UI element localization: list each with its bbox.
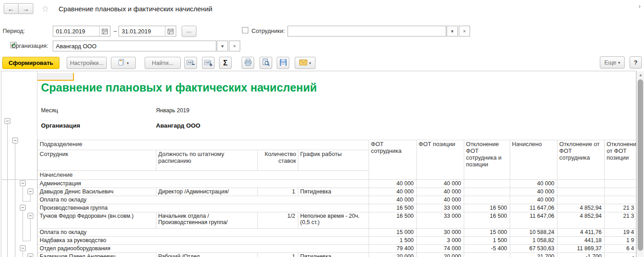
cell-schedule[interactable]: Пятидневка <box>298 253 369 257</box>
cell-rate[interactable]: 1 <box>258 253 298 257</box>
collapse-chevron-icon[interactable]: › <box>639 3 640 9</box>
cell-employee[interactable]: Балмашов Павел Андреевич <box>38 253 156 257</box>
cell-employee[interactable]: Давыдов Денис Васильевич <box>38 188 156 196</box>
cell-value[interactable]: 40 000 <box>369 196 417 204</box>
cell-value[interactable]: 16 500 <box>464 204 510 212</box>
cell-position[interactable]: Директор /Администрация/ <box>156 188 258 196</box>
cell-schedule[interactable]: Пятидневка <box>298 188 369 196</box>
report-org-value[interactable]: Авангард ООО <box>156 122 200 129</box>
cell-value[interactable]: 33 000 <box>417 212 464 229</box>
cell-value[interactable]: 40 000 <box>510 196 557 204</box>
cell-value[interactable] <box>605 180 636 188</box>
month-value[interactable]: Январь 2019 <box>156 107 189 114</box>
cell-value[interactable]: 16 500 <box>464 212 510 229</box>
cell-value[interactable]: 40 000 <box>369 188 417 196</box>
copy-dropdown-button[interactable]: ▾ <box>111 57 136 69</box>
cell-value[interactable]: 40 000 <box>369 180 417 188</box>
cell-position[interactable]: Начальник отдела /Производственная групп… <box>156 212 258 229</box>
cell-value[interactable]: 11 869,37 <box>557 245 605 253</box>
cell-value[interactable] <box>464 188 510 196</box>
cell-value[interactable]: 441,18 <box>557 237 605 245</box>
cell-value[interactable]: -1 700 <box>557 253 605 257</box>
header-group[interactable]: Подразделение <box>38 140 369 150</box>
cell-value[interactable]: 4 852,94 <box>557 204 605 212</box>
tree-expander[interactable]: − <box>12 138 18 143</box>
cell-value[interactable]: 11 647,06 <box>510 212 557 229</box>
calendar-icon[interactable] <box>99 26 110 36</box>
help-button[interactable]: ? <box>630 56 642 69</box>
organization-field[interactable]: Авангард ООО <box>53 41 216 51</box>
cell-value[interactable] <box>605 188 636 196</box>
header-numeric[interactable]: Начислено <box>510 140 557 180</box>
header-rate[interactable]: Количество ставок <box>258 150 298 171</box>
cell-value[interactable]: 4 852,94 <box>557 212 605 229</box>
header-employee[interactable]: Сотрудник <box>38 150 156 171</box>
cell-value[interactable]: 1 500 <box>369 237 417 245</box>
cell-value[interactable]: 1 058,82 <box>510 237 557 245</box>
decrease-scale-button[interactable]: ABC <box>184 57 197 69</box>
cell-value[interactable]: 40 000 <box>510 180 557 188</box>
scroll-up-icon[interactable]: ▲ <box>638 73 643 78</box>
cell-value[interactable]: 33 000 <box>417 204 464 212</box>
cell-value[interactable]: 40 000 <box>417 188 464 196</box>
period-more-button[interactable]: ... <box>182 26 196 37</box>
cell-group[interactable]: Производственная группа <box>38 204 369 212</box>
cell-rate[interactable]: 1/2 <box>258 212 298 229</box>
cell-accrual[interactable]: Оплата по окладу <box>38 229 369 237</box>
cell-value[interactable]: 16 500 <box>369 212 417 229</box>
cell-group[interactable]: Администрация <box>38 180 369 188</box>
cell-value[interactable] <box>464 180 510 188</box>
cell-value[interactable]: 3 000 <box>417 237 464 245</box>
cell-value[interactable]: 21 700 <box>510 253 557 257</box>
cell-value[interactable]: 79 400 <box>369 245 417 253</box>
scrollbar-thumb[interactable] <box>638 79 643 251</box>
cell-value[interactable] <box>605 196 636 204</box>
cell-value[interactable] <box>464 196 510 204</box>
header-position[interactable]: Должность по штатному расписанию <box>156 150 258 171</box>
cell-value[interactable]: -5 400 <box>464 245 510 253</box>
cell-value[interactable]: 20 000 <box>417 253 464 257</box>
cell-value[interactable] <box>557 180 605 188</box>
tree-expander[interactable]: − <box>27 188 33 194</box>
tree-expander[interactable]: − <box>20 180 26 186</box>
cell-value[interactable]: 16 500 <box>369 204 417 212</box>
period-to-field[interactable]: 31.01.2019 <box>119 26 176 37</box>
month-label[interactable]: Месяц <box>41 107 58 114</box>
save-button[interactable] <box>277 57 289 69</box>
mail-dropdown-button[interactable]: ▾ <box>295 57 315 69</box>
cell-accrual[interactable]: Оплата по окладу <box>38 196 369 204</box>
cell-value[interactable]: 19 4 <box>605 229 636 237</box>
header-numeric[interactable]: ФОТ позиции <box>417 140 464 180</box>
cell-value[interactable]: 20 000 <box>369 253 417 257</box>
selected-cell[interactable] <box>37 73 74 81</box>
cell-group[interactable]: Отдел радиооборудования <box>38 245 369 253</box>
organization-clear-icon[interactable]: × <box>229 41 240 51</box>
employees-checkbox[interactable] <box>242 27 248 33</box>
tree-expander[interactable]: − <box>27 253 33 257</box>
tree-expander[interactable]: − <box>20 205 26 211</box>
sum-button[interactable]: Σ <box>219 57 232 69</box>
cell-value[interactable]: 4 411,76 <box>557 229 605 237</box>
cell-value[interactable]: 67 530,63 <box>510 245 557 253</box>
header-schedule[interactable]: График работы <box>298 150 369 171</box>
cell-value[interactable]: 1 500 <box>464 237 510 245</box>
settings-button[interactable]: Настройки... <box>67 57 107 69</box>
organization-value[interactable]: Авангард ООО <box>53 43 216 50</box>
cell-employee[interactable]: Тучков Федор Федорович (вн.совм.) <box>38 212 156 229</box>
employees-dropdown-icon[interactable]: ▾ <box>447 26 458 37</box>
header-numeric[interactable]: ФОТ сотрудника <box>369 140 417 180</box>
cell-value[interactable]: 21 3 <box>605 212 636 229</box>
favorite-star-icon[interactable]: ☆ <box>41 4 49 14</box>
cell-value[interactable]: 15 000 <box>464 229 510 237</box>
cell-value[interactable] <box>557 188 605 196</box>
cell-value[interactable]: 15 000 <box>369 229 417 237</box>
employees-field[interactable] <box>288 26 446 37</box>
header-numeric[interactable]: Отклонение ФОТ сотрудника и позиции <box>464 140 510 180</box>
generate-button[interactable]: Сформировать <box>2 57 59 69</box>
cell-value[interactable] <box>557 196 605 204</box>
preview-button[interactable] <box>260 57 272 69</box>
back-button[interactable]: ← <box>4 3 18 14</box>
cell-value[interactable]: 40 000 <box>417 180 464 188</box>
print-button[interactable] <box>242 57 254 69</box>
cell-value[interactable]: 1 9 <box>605 237 636 245</box>
